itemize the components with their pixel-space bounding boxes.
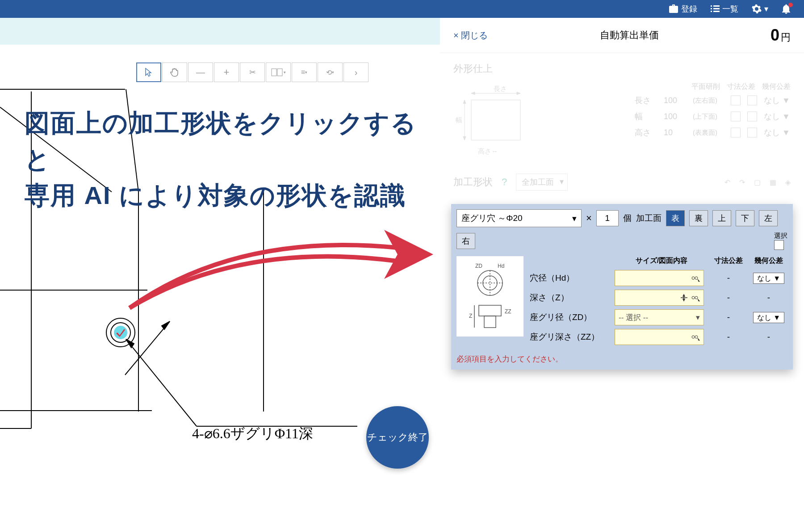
price-value: 0円 — [770, 26, 791, 45]
face-btn-bottom[interactable]: 下 — [736, 210, 754, 226]
zd-select[interactable]: -- 選択 --▾ — [615, 309, 704, 325]
shapes-section-header: 加工形状 ? 全加工面 ▾ ↶ ↷ ▢ ▦ ◈ — [440, 169, 804, 195]
svg-rect-25 — [471, 100, 520, 140]
dim-row-length: 長さ 100 (左右面) なし ▼ — [561, 95, 791, 106]
z-input[interactable] — [615, 290, 704, 306]
qty-multiply-label: × — [586, 212, 592, 224]
close-panel-link[interactable]: × 閉じる — [453, 29, 488, 42]
face-btn-front[interactable]: 表 — [666, 210, 685, 226]
face-btn-back[interactable]: 裏 — [689, 210, 708, 226]
face-label: 加工面 — [636, 212, 662, 224]
dimtol-checkbox-length[interactable] — [747, 96, 757, 105]
svg-rect-4 — [711, 11, 712, 12]
select-all-checkbox[interactable] — [774, 240, 784, 250]
briefcase-icon — [669, 4, 678, 13]
svg-line-19 — [126, 339, 197, 426]
hd-input[interactable] — [615, 270, 704, 286]
size-header: サイズ/図面内容 — [615, 256, 708, 266]
svg-marker-51 — [683, 295, 685, 296]
geotol-select-height[interactable]: なし ▼ — [764, 127, 791, 138]
dimtol-header: 寸法公差 — [708, 256, 749, 266]
dimtol-checkbox-width[interactable] — [747, 112, 757, 121]
svg-text:幅: 幅 — [456, 116, 462, 124]
svg-rect-5 — [713, 11, 720, 12]
price-label: 自動算出単価 — [488, 29, 770, 42]
dim-row-width: 幅 100 (上下面) なし ▼ — [561, 111, 791, 122]
drawing-canvas-pane: — + ✂ ▾ ≡▾ ⟲▾ › — [0, 18, 440, 532]
feature-row-z: 深さ（Z） - - — [530, 290, 789, 306]
check-complete-button[interactable]: チェック終了 — [366, 406, 429, 469]
pick-from-drawing-icon[interactable] — [690, 332, 701, 341]
svg-marker-27 — [471, 92, 475, 95]
through-icon[interactable] — [679, 293, 690, 302]
svg-rect-0 — [711, 5, 712, 7]
feature-row-hd: 穴径（Hd） - なし ▼ — [530, 270, 789, 286]
pick-from-drawing-icon[interactable] — [690, 274, 701, 283]
undo-icon[interactable]: ↶ — [724, 178, 730, 187]
notification-badge — [788, 3, 793, 7]
svg-text:Hd: Hd — [498, 263, 504, 269]
help-icon[interactable]: ? — [502, 176, 507, 188]
tool-icon-c[interactable]: ◈ — [785, 178, 791, 187]
svg-marker-32 — [463, 137, 466, 140]
outer-finish-section: 外形仕上 長さ 幅 高さ↔ 平面研削 寸法公差 — [440, 53, 804, 169]
svg-point-54 — [695, 296, 698, 299]
svg-text:Z: Z — [469, 313, 472, 319]
svg-text:高さ↔: 高さ↔ — [478, 147, 498, 155]
feature-row-zz: 座グリ深さ（ZZ） - - — [530, 329, 789, 345]
zd-geotol-select[interactable]: なし ▼ — [753, 312, 784, 323]
svg-marker-48 — [698, 280, 699, 282]
svg-rect-42 — [484, 316, 496, 328]
svg-text:長さ: 長さ — [494, 85, 507, 92]
face-btn-left[interactable]: 左 — [759, 210, 778, 226]
feature-qty-input[interactable] — [596, 210, 619, 226]
hd-geotol-select[interactable]: なし ▼ — [753, 273, 784, 284]
svg-rect-3 — [713, 8, 720, 9]
validation-error: 必須項目を入力してください。 — [456, 354, 787, 364]
sub-header-strip — [0, 18, 440, 45]
face-btn-top[interactable]: 上 — [712, 210, 731, 226]
pick-from-drawing-icon[interactable] — [690, 293, 701, 302]
select-column-label: 選択 — [774, 232, 787, 240]
redo-icon[interactable]: ↷ — [739, 178, 745, 187]
section-title-finish: 外形仕上 — [453, 62, 791, 75]
settings-menu[interactable]: ▾ — [752, 4, 768, 14]
list-icon — [711, 5, 720, 12]
svg-point-53 — [692, 296, 695, 299]
callout-arrow — [121, 228, 442, 344]
grind-checkbox-length[interactable] — [731, 96, 741, 105]
svg-marker-58 — [698, 339, 699, 341]
tool-icon-b[interactable]: ▦ — [770, 178, 776, 187]
svg-rect-41 — [479, 305, 501, 316]
svg-point-38 — [483, 276, 497, 290]
gear-icon — [752, 4, 762, 14]
feature-row-zd: 座グリ径（ZD） -- 選択 --▾ - なし ▼ — [530, 309, 789, 325]
dim-row-height: 高さ 10 (表裏面) なし ▼ — [561, 127, 791, 138]
svg-point-46 — [692, 277, 695, 279]
headline-overlay: 図面上の加工形状をクリックすると 専用 AI により対象の形状を認識 — [25, 105, 440, 214]
face-btn-right[interactable]: 右 — [456, 233, 475, 249]
dimtol-checkbox-height[interactable] — [747, 128, 757, 137]
drawing-dimension-label: 4-⌀6.6ザグリΦ11深 — [192, 424, 313, 444]
qty-unit-label: 個 — [623, 212, 632, 224]
svg-marker-28 — [517, 92, 520, 95]
feature-diagram: ZD Hd Z ZZ — [456, 256, 523, 337]
register-link[interactable]: 登録 — [669, 4, 697, 14]
zz-input[interactable] — [615, 329, 704, 345]
svg-rect-1 — [713, 5, 720, 7]
svg-rect-2 — [711, 8, 712, 9]
grind-checkbox-width[interactable] — [731, 112, 741, 121]
svg-marker-55 — [698, 300, 699, 301]
tool-icon-a[interactable]: ▢ — [754, 178, 761, 187]
notifications[interactable] — [782, 4, 791, 14]
all-faces-select[interactable]: 全加工面 ▾ — [516, 174, 568, 191]
feature-type-select[interactable]: 座グリ穴 ～Φ20▾ — [456, 209, 582, 227]
geotol-header: 幾何公差 — [749, 256, 789, 266]
geotol-select-width[interactable]: なし ▼ — [764, 111, 791, 122]
geotol-select-length[interactable]: なし ▼ — [764, 95, 791, 106]
list-link[interactable]: 一覧 — [711, 4, 738, 14]
svg-text:ZZ: ZZ — [505, 308, 511, 315]
svg-marker-31 — [463, 100, 466, 104]
svg-text:ZD: ZD — [475, 263, 482, 269]
grind-checkbox-height[interactable] — [731, 128, 741, 137]
